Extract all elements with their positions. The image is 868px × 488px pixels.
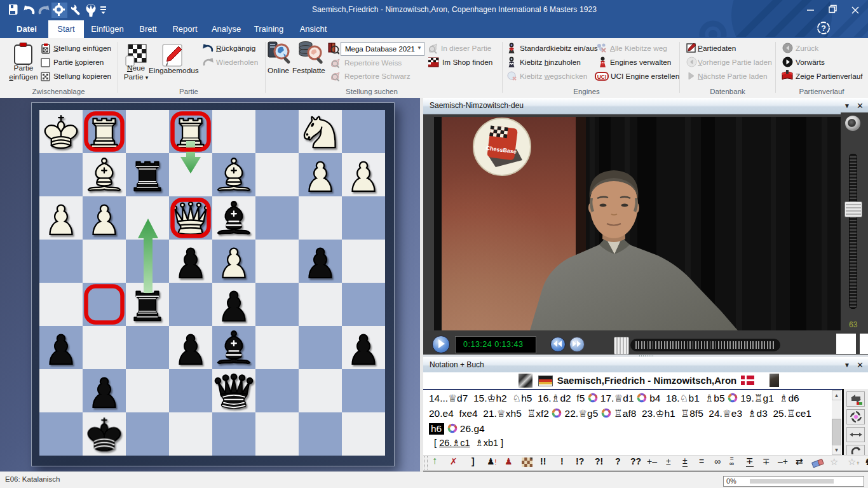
svg-text:UCI: UCI	[597, 74, 607, 80]
svg-text:?: ?	[821, 24, 826, 33]
